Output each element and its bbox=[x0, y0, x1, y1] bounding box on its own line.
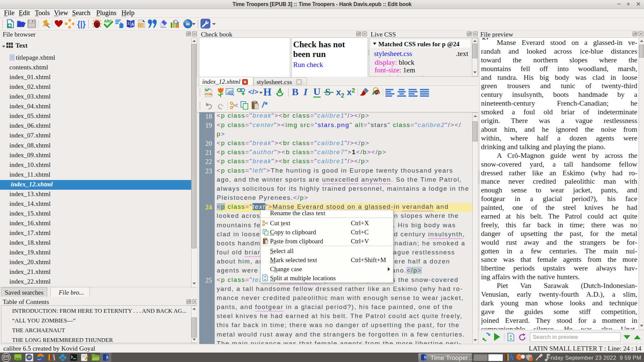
svg-text:文: 文 bbox=[127, 22, 130, 25]
svg-text:A: A bbox=[131, 22, 134, 27]
svg-text:HTML: HTML bbox=[205, 93, 213, 96]
svg-text:TTF: TTF bbox=[139, 24, 144, 27]
